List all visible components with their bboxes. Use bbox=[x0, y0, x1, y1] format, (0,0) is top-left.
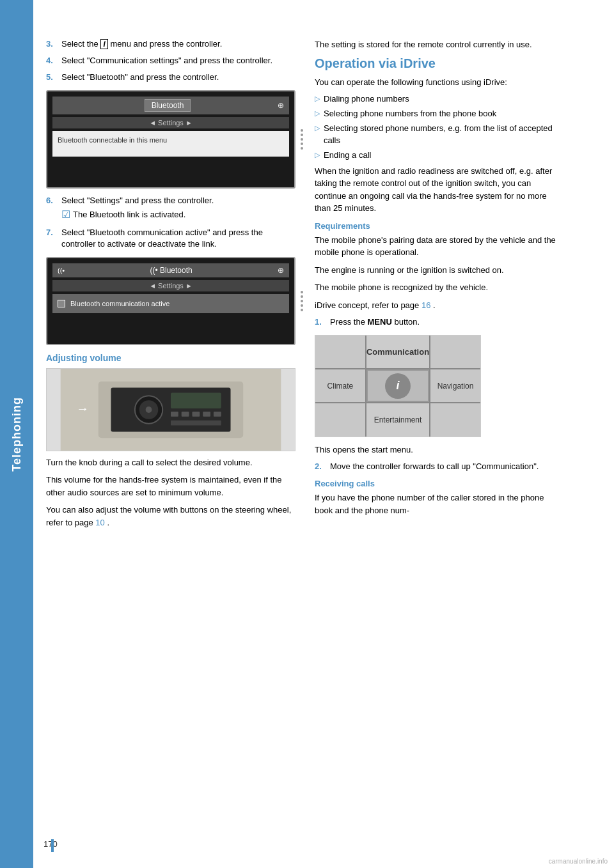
step-7: 7. Select "Bluetooth communication activ… bbox=[46, 227, 295, 250]
bullet-text-3: Selecting stored phone numbers, e.g. fro… bbox=[324, 123, 564, 146]
idrive-grid: Communication Climate i Navigation bbox=[315, 336, 480, 437]
step-6-number: 6. bbox=[46, 195, 59, 222]
page-number-bar bbox=[51, 839, 54, 852]
screen-mockup-1: Bluetooth ⊕ ◄ Settings ► Bluetooth conne… bbox=[46, 90, 295, 189]
svg-rect-8 bbox=[182, 411, 189, 416]
receiving-calls-heading: Receiving calls bbox=[315, 479, 564, 488]
bullet-arrow-4: ▷ bbox=[315, 150, 320, 160]
idrive-entertainment-cell: Entertainment bbox=[366, 403, 429, 436]
when-ignition-para: When the ignition and radio readiness ar… bbox=[315, 165, 564, 215]
idrive-climate-cell: Climate bbox=[315, 369, 365, 402]
bluetooth-screen-2: ((• ((• Bluetooth ⊕ ◄ Settings ► Bluetoo… bbox=[46, 257, 295, 345]
idrive-page-link[interactable]: 16 bbox=[421, 300, 430, 310]
operation-intro: You can operate the following functions … bbox=[315, 76, 564, 89]
idrive-empty-top-right bbox=[430, 336, 480, 368]
checkbox-icon bbox=[58, 300, 65, 307]
volume-para2: This volume for the hands-free system is… bbox=[46, 474, 295, 499]
steering-wheel-link[interactable]: 10 bbox=[95, 518, 104, 527]
step-7-number: 7. bbox=[46, 227, 59, 250]
volume-image: → bbox=[46, 368, 295, 451]
bullet-text-2: Selecting phone numbers from the phone b… bbox=[324, 108, 496, 120]
idrive-center-icon: i bbox=[385, 373, 411, 399]
idrive-empty-top-left bbox=[315, 336, 365, 368]
screen-icon-2: ⊕ bbox=[278, 266, 284, 275]
volume-para1: Turn the knob during a call to select th… bbox=[46, 456, 295, 469]
screen-content-2: Bluetooth communication active bbox=[52, 294, 289, 313]
idrive-communication-cell: Communication bbox=[366, 336, 429, 368]
bullet-arrow-2: ▷ bbox=[315, 109, 320, 118]
setting-stored-para: The setting is stored for the remote con… bbox=[315, 38, 564, 51]
step-4: 4. Select "Communication settings" and p… bbox=[46, 55, 295, 66]
step-3: 3. Select the i menu and press the contr… bbox=[46, 38, 295, 50]
bullet-arrow-3: ▷ bbox=[315, 123, 320, 133]
svg-rect-6 bbox=[171, 392, 221, 408]
page-container: Telephoning 3. Select the i menu and pre… bbox=[0, 0, 614, 868]
screen-content-1: Bluetooth connectable in this menu bbox=[52, 131, 289, 157]
bullet-item-4: ▷ Ending a call bbox=[315, 150, 564, 161]
right-step-2-text: Move the controller forwards to call up … bbox=[330, 461, 564, 472]
idrive-menu-image: Communication Climate i Navigation bbox=[315, 335, 481, 437]
volume-para3: You can also adjust the volume with butt… bbox=[46, 504, 295, 529]
req3-para: The mobile phone is recognized by the ve… bbox=[315, 281, 564, 294]
requirements-heading: Requirements bbox=[315, 221, 564, 231]
idrive-navigation-cell: Navigation bbox=[430, 369, 480, 402]
start-menu-note: This opens the start menu. bbox=[315, 444, 564, 456]
svg-rect-7 bbox=[171, 411, 178, 416]
step-7-text: Select "Bluetooth communication active" … bbox=[61, 227, 295, 250]
step-6-text: Select "Settings" and press the controll… bbox=[61, 195, 295, 222]
bt-comm-active-label: Bluetooth communication active bbox=[70, 300, 169, 307]
idrive-ref-para: iDrive concept, refer to page 16 . bbox=[315, 299, 564, 312]
req2-para: The engine is running or the ignition is… bbox=[315, 264, 564, 277]
step-5: 5. Select "Bluetooth" and press the cont… bbox=[46, 72, 295, 83]
screen-header-1: Bluetooth ⊕ bbox=[52, 97, 289, 114]
left-column: 3. Select the i menu and press the contr… bbox=[46, 38, 295, 842]
menu-bold: MENU bbox=[368, 317, 392, 327]
screen-title-2: ((• Bluetooth bbox=[150, 266, 192, 275]
screen-mockup-2: ((• ((• Bluetooth ⊕ ◄ Settings ► Bluetoo… bbox=[46, 257, 295, 345]
step-4-number: 4. bbox=[46, 55, 59, 66]
side-dots-1 bbox=[301, 129, 303, 150]
step-6: 6. Select "Settings" and press the contr… bbox=[46, 195, 295, 222]
idrive-empty-bottom-left bbox=[315, 403, 365, 436]
right-step-2-number: 2. bbox=[315, 461, 327, 472]
right-step-1-text: Press the MENU button. bbox=[330, 316, 564, 328]
step-4-text: Select "Communication settings" and pres… bbox=[61, 55, 295, 66]
bullet-item-3: ▷ Selecting stored phone numbers, e.g. f… bbox=[315, 123, 564, 146]
step-5-text: Select "Bluetooth" and press the control… bbox=[61, 72, 295, 83]
right-step-2: 2. Move the controller forwards to call … bbox=[315, 461, 564, 472]
screen-title-1: Bluetooth bbox=[145, 99, 191, 112]
bluetooth-screen-1: Bluetooth ⊕ ◄ Settings ► Bluetooth conne… bbox=[46, 90, 295, 189]
step-3-text: Select the i menu and press the controll… bbox=[61, 38, 295, 50]
bullet-text-1: Dialing phone numbers bbox=[324, 93, 409, 105]
bullet-arrow-1: ▷ bbox=[315, 94, 320, 104]
right-step-1-number: 1. bbox=[315, 316, 327, 328]
svg-rect-13 bbox=[171, 420, 221, 425]
watermark: carmanualonline.info bbox=[549, 858, 608, 865]
screen-nav-2: ◄ Settings ► bbox=[52, 280, 289, 291]
operation-via-idrive-heading: Operation via iDrive bbox=[315, 56, 564, 71]
step-5-number: 5. bbox=[46, 72, 59, 83]
svg-point-5 bbox=[146, 407, 152, 413]
sidebar-label: Telephoning bbox=[10, 397, 24, 472]
screen-icon-1: ⊕ bbox=[278, 101, 284, 110]
bullet-list: ▷ Dialing phone numbers ▷ Selecting phon… bbox=[315, 93, 564, 161]
req1-para: The mobile phone's pairing data are stor… bbox=[315, 234, 564, 259]
idrive-center-cell: i bbox=[366, 369, 429, 402]
step-6-note: The Bluetooth link is activated. bbox=[73, 209, 185, 221]
idrive-empty-bottom-right bbox=[430, 403, 480, 436]
right-column: The setting is stored for the remote con… bbox=[315, 38, 564, 842]
bullet-item-1: ▷ Dialing phone numbers bbox=[315, 93, 564, 105]
screen-header-2: ((• ((• Bluetooth ⊕ bbox=[52, 263, 289, 277]
check-mark-icon: ☑ bbox=[61, 208, 70, 222]
side-dots-2 bbox=[301, 291, 303, 311]
bullet-text-4: Ending a call bbox=[324, 150, 371, 161]
bt-wave-icon: ((• bbox=[58, 267, 65, 274]
step-3-number: 3. bbox=[46, 38, 59, 50]
svg-rect-11 bbox=[214, 411, 221, 416]
page-number: 170 bbox=[43, 839, 58, 849]
svg-rect-9 bbox=[192, 411, 200, 416]
bullet-item-2: ▷ Selecting phone numbers from the phone… bbox=[315, 108, 564, 120]
adjusting-volume-heading: Adjusting volume bbox=[46, 353, 295, 363]
receiving-calls-text: If you have the phone number of the call… bbox=[315, 492, 564, 516]
svg-rect-10 bbox=[203, 411, 210, 416]
